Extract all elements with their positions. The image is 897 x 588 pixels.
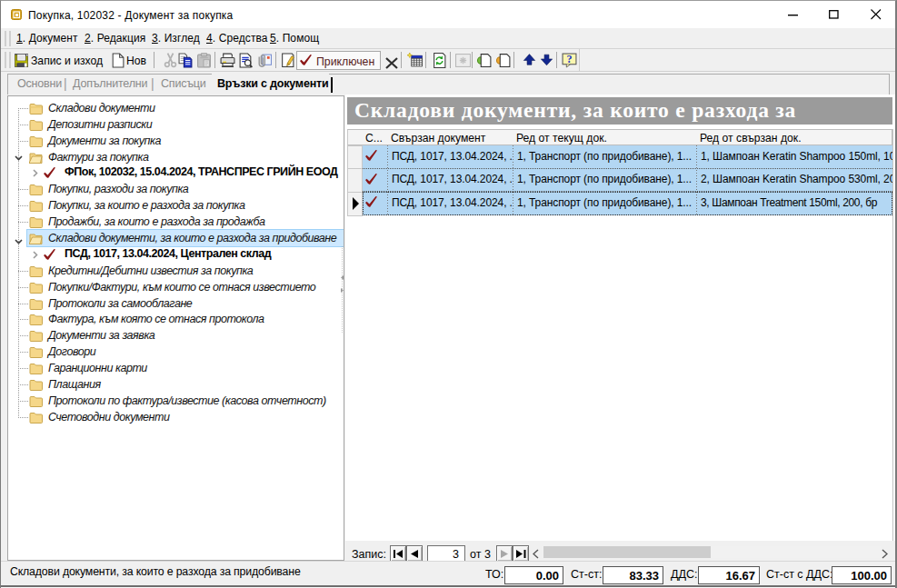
svg-text:?: ? bbox=[566, 53, 572, 65]
